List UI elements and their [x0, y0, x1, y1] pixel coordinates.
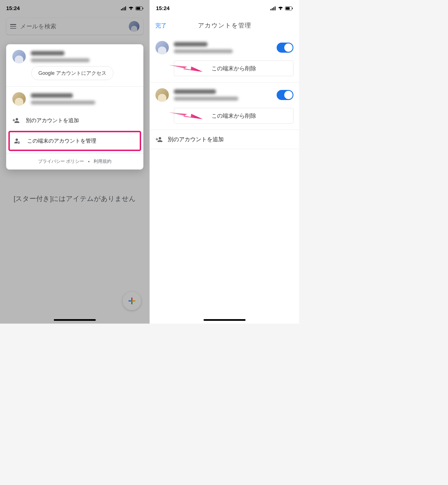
battery-icon [285, 6, 293, 10]
account-email-redacted [174, 97, 238, 101]
dot-separator: • [88, 159, 90, 164]
hamburger-icon[interactable] [10, 24, 16, 29]
account-toggle[interactable] [277, 43, 293, 53]
phone-right: 15:24 完了 アカウントを管理 [150, 0, 299, 324]
svg-rect-8 [131, 301, 132, 304]
svg-rect-5 [136, 7, 140, 10]
add-account-label: 別のアカウントを追加 [26, 117, 79, 124]
status-time: 15:24 [156, 5, 170, 11]
remove-button-label: この端末から削除 [211, 65, 256, 72]
nav-title: アカウントを管理 [167, 21, 293, 30]
account-info [174, 42, 272, 53]
account-info [31, 51, 137, 62]
add-account-item[interactable]: 別のアカウントを追加 [6, 111, 143, 130]
wifi-icon [278, 6, 283, 10]
arrow-annotation [169, 99, 203, 132]
svg-rect-6 [143, 8, 143, 9]
manage-accounts-label: この端末のアカウントを管理 [27, 137, 96, 145]
plus-icon [128, 297, 136, 305]
status-time: 15:24 [6, 5, 20, 11]
google-account-access-button[interactable]: Google アカウントにアクセス [31, 66, 113, 80]
avatar [155, 41, 169, 54]
home-indicator [204, 319, 246, 321]
account-name-redacted [174, 42, 207, 47]
svg-rect-14 [275, 6, 276, 10]
arrow-annotation [169, 52, 203, 85]
svg-rect-10 [132, 300, 135, 301]
terms-link[interactable]: 利用規約 [94, 159, 111, 164]
account-name-redacted [31, 51, 64, 55]
home-indicator [54, 319, 96, 321]
person-add-icon [12, 117, 20, 124]
status-bar: 15:24 [0, 0, 150, 17]
status-icons [270, 6, 293, 10]
account-info [174, 89, 272, 101]
svg-marker-19 [169, 99, 203, 132]
empty-state-text: [スター付き]にはアイテムがありません [0, 193, 150, 204]
account-email-redacted [31, 58, 90, 62]
remove-button-label: この端末から削除 [211, 112, 256, 120]
account-email-redacted [31, 101, 95, 105]
done-button[interactable]: 完了 [155, 22, 167, 29]
add-account-label: 別のアカウントを追加 [168, 136, 224, 143]
cellular-icon [121, 6, 127, 10]
current-account-row[interactable] [6, 44, 143, 66]
svg-rect-7 [131, 298, 132, 301]
avatar-button[interactable] [129, 21, 139, 32]
phone-left: 15:24 メールを検索 [スター付き]にはアイテムがありません [0, 0, 150, 324]
svg-rect-2 [124, 7, 125, 10]
account-block-2: この端末から削除 [150, 83, 299, 130]
privacy-link[interactable]: プライバシー ポリシー [38, 159, 84, 164]
account-sheet: Google アカウントにアクセス 別のアカウントを追加 [6, 44, 143, 170]
svg-rect-16 [286, 7, 290, 10]
account-name-redacted [31, 93, 73, 98]
avatar [12, 50, 26, 63]
svg-rect-11 [270, 9, 271, 10]
svg-rect-0 [121, 9, 122, 10]
person-gear-icon [14, 137, 21, 145]
add-account-row[interactable]: 別のアカウントを追加 [150, 130, 299, 149]
account-block-1: この端末から削除 [150, 35, 299, 83]
search-placeholder: メールを検索 [20, 22, 125, 30]
cellular-icon [270, 6, 276, 10]
status-icons [121, 6, 143, 10]
remove-account-button[interactable]: この端末から削除 [174, 61, 293, 76]
battery-icon [136, 6, 143, 10]
nav-header: 完了 アカウントを管理 [150, 17, 299, 35]
account-toggle[interactable] [277, 90, 293, 100]
avatar [12, 92, 26, 106]
account-info [31, 93, 137, 105]
avatar [155, 88, 169, 102]
manage-accounts-item[interactable]: この端末のアカウントを管理 [10, 132, 140, 150]
svg-rect-3 [125, 6, 126, 10]
svg-marker-18 [169, 52, 203, 85]
compose-fab[interactable] [123, 292, 141, 310]
highlight-annotation: この端末のアカウントを管理 [8, 131, 141, 151]
remove-account-button[interactable]: この端末から削除 [174, 108, 293, 124]
account-name-redacted [174, 89, 216, 94]
other-account-row[interactable] [6, 87, 143, 111]
search-bar[interactable]: メールを検索 [6, 18, 143, 35]
account-email-redacted [174, 49, 233, 53]
wifi-icon [128, 6, 134, 10]
svg-rect-17 [292, 8, 293, 9]
status-bar: 15:24 [150, 0, 299, 17]
person-add-icon [155, 136, 163, 143]
sheet-footer: プライバシー ポリシー • 利用規約 [6, 153, 143, 170]
svg-rect-1 [122, 8, 123, 10]
svg-rect-9 [129, 300, 132, 301]
svg-rect-12 [272, 8, 273, 10]
svg-rect-13 [273, 7, 274, 10]
